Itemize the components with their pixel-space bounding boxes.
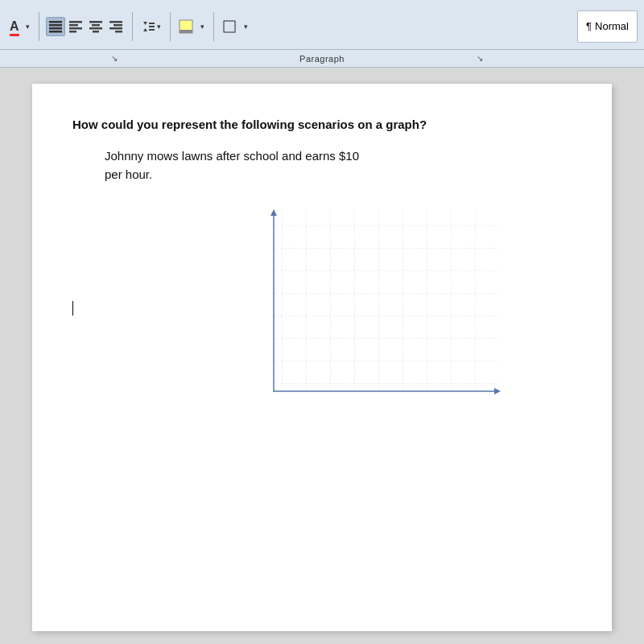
- document-page: How could you represent the following sc…: [32, 84, 612, 631]
- normal-style-icon: ¶: [586, 20, 592, 32]
- svg-marker-17: [143, 28, 147, 31]
- font-a-label: A: [10, 19, 19, 33]
- font-a-wrapper: A ▾: [6, 18, 32, 35]
- shading-icon: [179, 19, 193, 34]
- svg-rect-4: [69, 21, 82, 23]
- svg-rect-6: [69, 27, 82, 30]
- svg-rect-9: [92, 24, 100, 27]
- svg-rect-23: [224, 21, 235, 32]
- question-text: How could you represent the following sc…: [72, 116, 572, 133]
- align-left-icon: [68, 19, 83, 34]
- toolbar-left: A ▾: [6, 3, 571, 49]
- svg-rect-20: [149, 29, 155, 31]
- svg-rect-12: [109, 21, 122, 23]
- graph-area: [233, 203, 507, 428]
- align-block-icon: [48, 19, 63, 34]
- border-arrow: ▾: [244, 23, 248, 31]
- border-button[interactable]: [221, 18, 238, 35]
- paragraph-expand-right[interactable]: ↘: [477, 54, 483, 63]
- font-color-dropdown[interactable]: ▾: [23, 21, 32, 32]
- shading-dropdown[interactable]: ▾: [198, 21, 207, 32]
- svg-rect-15: [115, 31, 122, 33]
- scenario-line2: per hour.: [105, 167, 152, 181]
- svg-rect-14: [109, 27, 122, 30]
- font-color-button[interactable]: A: [6, 18, 23, 35]
- svg-rect-10: [89, 27, 102, 30]
- toolbar-separator-3: [170, 12, 171, 41]
- alignment-group: [46, 17, 126, 36]
- svg-rect-11: [93, 31, 99, 33]
- border-icon: [222, 19, 237, 34]
- svg-marker-16: [143, 22, 147, 25]
- svg-rect-5: [69, 24, 78, 27]
- align-right-button[interactable]: [106, 18, 126, 35]
- text-cursor: [72, 301, 73, 316]
- normal-style-button[interactable]: ¶ Normal: [577, 10, 638, 43]
- toolbar: A ▾: [0, 0, 644, 50]
- shading-arrow: ▾: [200, 23, 204, 31]
- document-area: How could you represent the following sc…: [0, 68, 644, 644]
- paragraph-expand-left[interactable]: ↘: [111, 54, 118, 63]
- svg-rect-13: [114, 24, 122, 27]
- svg-rect-8: [89, 21, 102, 23]
- line-spacing-arrow: ▾: [157, 23, 161, 31]
- normal-style-label: Normal: [595, 20, 629, 32]
- svg-rect-18: [149, 23, 155, 24]
- border-dropdown[interactable]: ▾: [242, 21, 250, 32]
- graph-grid: [274, 211, 499, 391]
- paragraph-row: ↘ Paragraph ↘: [0, 50, 644, 68]
- line-spacing-icon: [142, 19, 156, 34]
- toolbar-separator-1: [39, 12, 39, 41]
- paragraph-label: Paragraph: [6, 54, 638, 64]
- svg-rect-3: [49, 31, 62, 33]
- toolbar-separator-2: [132, 12, 133, 41]
- font-color-arrow: ▾: [26, 23, 30, 31]
- scenario-text: Johnny mows lawns after school and earns…: [105, 147, 572, 184]
- graph-svg: [233, 203, 507, 428]
- svg-rect-22: [180, 30, 192, 33]
- line-spacing-button[interactable]: ▾: [139, 18, 163, 35]
- align-left-button[interactable]: [66, 18, 85, 35]
- toolbar-separator-4: [213, 12, 214, 41]
- align-center-icon: [89, 19, 103, 34]
- align-center-button[interactable]: [86, 18, 105, 35]
- scenario-line1: Johnny mows lawns after school and earns…: [105, 149, 359, 163]
- svg-rect-7: [69, 31, 76, 33]
- align-block-button[interactable]: [46, 17, 65, 36]
- svg-rect-19: [149, 26, 155, 27]
- svg-rect-2: [49, 27, 62, 30]
- shading-button[interactable]: [177, 18, 195, 35]
- svg-rect-0: [49, 21, 62, 23]
- align-right-icon: [109, 19, 123, 34]
- svg-rect-24: [224, 21, 235, 32]
- svg-rect-1: [49, 24, 62, 27]
